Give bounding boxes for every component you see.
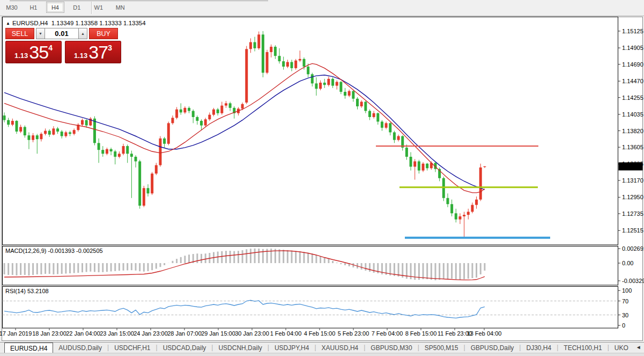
- symbol-tab-usdcnh-daily[interactable]: USDCNH,Daily: [213, 343, 267, 353]
- symbol-tab-gbpusd-daily[interactable]: GBPUSD,Daily: [465, 343, 520, 353]
- volume-input[interactable]: [45, 28, 78, 39]
- candle: [64, 132, 67, 136]
- symbol-tab-usdchf-h1[interactable]: USDCHF,H1: [109, 343, 156, 353]
- candle: [73, 130, 76, 134]
- candle: [122, 146, 125, 154]
- price-tick-label: 1.13605: [622, 144, 643, 150]
- date-label: 5 Feb 23:00: [338, 330, 369, 337]
- candle: [299, 59, 301, 61]
- symbol-tab-tech100-h1[interactable]: TECH100,H1: [558, 343, 607, 353]
- date-label: 7 Feb 04:00: [372, 330, 403, 337]
- tab-scroll-left-icon[interactable]: ◄: [636, 344, 641, 353]
- symbol-tab-usdjpy-h4[interactable]: USDJPY,H4: [269, 343, 314, 353]
- bid-price-panel[interactable]: 1.13 35 4: [5, 41, 62, 63]
- buy-button[interactable]: BUY: [89, 28, 118, 39]
- candle: [217, 110, 219, 113]
- volume-decrease-button[interactable]: ▼: [36, 28, 45, 39]
- candle: [254, 42, 256, 48]
- symbol-tab-eurusd-h4[interactable]: EURUSD,H4: [4, 343, 53, 353]
- candle: [7, 120, 10, 125]
- candle: [471, 205, 473, 212]
- candle: [81, 120, 84, 125]
- date-label: 18 Jan 23:00: [32, 330, 66, 337]
- ask-price-big: 37: [88, 42, 108, 63]
- macd-tick-label: 0.002691: [622, 245, 644, 252]
- tab-scroll-arrows: ◄►: [634, 343, 644, 353]
- symbol-tab-xauusd-h4[interactable]: XAUUSD,H4: [316, 343, 364, 353]
- candle: [85, 120, 88, 126]
- bid-price-big: 35: [29, 42, 48, 63]
- candle: [183, 108, 186, 113]
- collapse-chart-icon[interactable]: ▲: [6, 21, 10, 26]
- candle: [319, 83, 322, 89]
- date-label: 30 Jan 23:00: [235, 330, 269, 337]
- candle: [249, 42, 252, 49]
- candle: [212, 110, 215, 115]
- date-label: 22 Jan 04:00: [66, 330, 100, 337]
- ask-price-prefix: 1.13: [74, 52, 87, 60]
- candle: [159, 139, 161, 165]
- chart-ohlc-values: 1.13349 1.13358 1.13333 1.13354: [51, 20, 146, 26]
- candle: [118, 154, 121, 157]
- price-tick-label: 1.14690: [622, 61, 643, 68]
- candle: [27, 135, 30, 140]
- ask-price-pipette: 3: [108, 43, 112, 52]
- candle: [151, 173, 153, 193]
- candle: [146, 188, 149, 193]
- candle: [40, 134, 42, 139]
- candle: [192, 111, 195, 117]
- candle: [455, 213, 457, 219]
- candle: [385, 123, 388, 128]
- candle: [138, 161, 141, 206]
- chart-symbol-label: EURUSD,H4: [12, 20, 48, 26]
- candle: [450, 204, 453, 213]
- symbol-tab-audusd-daily[interactable]: AUDUSD,Daily: [53, 343, 107, 353]
- sell-button[interactable]: SELL: [5, 28, 34, 39]
- rsi-panel: [3, 287, 618, 329]
- candle: [410, 157, 412, 166]
- candle: [467, 212, 470, 215]
- candle: [286, 62, 289, 67]
- candle: [413, 161, 416, 166]
- symbol-tab-dj30-h4[interactable]: DJ30,H4: [521, 343, 557, 353]
- candle: [171, 118, 174, 123]
- candle: [106, 149, 108, 154]
- candle: [24, 127, 26, 135]
- candle: [204, 119, 207, 125]
- candle: [93, 119, 96, 143]
- volume-increase-button[interactable]: ▲: [78, 28, 87, 39]
- candle: [376, 113, 379, 122]
- current-price-label: 1.13354: [620, 163, 642, 170]
- candle: [446, 198, 449, 204]
- rsi-tick-label: 100: [622, 287, 632, 294]
- candle: [336, 82, 338, 86]
- price-tick-label: 1.14255: [622, 95, 643, 101]
- candle: [15, 121, 18, 132]
- candle: [101, 150, 104, 154]
- symbol-tab-sp500-m15[interactable]: SP500,M15: [419, 343, 464, 353]
- candle: [302, 59, 305, 67]
- symbol-tab-gbpusd-m30[interactable]: GBPUSD,M30: [365, 343, 417, 353]
- candle: [44, 131, 47, 134]
- symbol-tab-usdcad-daily[interactable]: USDCAD,Daily: [158, 343, 212, 353]
- candle: [36, 135, 39, 139]
- candle: [135, 157, 137, 162]
- candle: [348, 91, 351, 96]
- candle: [315, 83, 317, 89]
- candle: [155, 165, 158, 174]
- rsi-tick-label: 70: [622, 298, 628, 304]
- ask-price-panel[interactable]: 1.13 37 3: [65, 41, 121, 63]
- candle: [188, 108, 190, 111]
- price-tick-label: 1.12735: [622, 210, 643, 217]
- price-tick-label: 1.13820: [622, 128, 643, 134]
- date-label: 29 Jan 15:00: [201, 330, 235, 337]
- macd-tick-label: -0.003296: [622, 278, 644, 284]
- candle: [196, 117, 198, 121]
- candle: [344, 92, 346, 96]
- macd-tick-label: 0.00: [622, 260, 633, 266]
- candle: [458, 216, 461, 220]
- candle: [463, 215, 465, 216]
- candle: [61, 132, 63, 136]
- symbol-tab-uko[interactable]: UKO: [609, 343, 634, 353]
- price-tick-label: 1.14470: [622, 78, 643, 84]
